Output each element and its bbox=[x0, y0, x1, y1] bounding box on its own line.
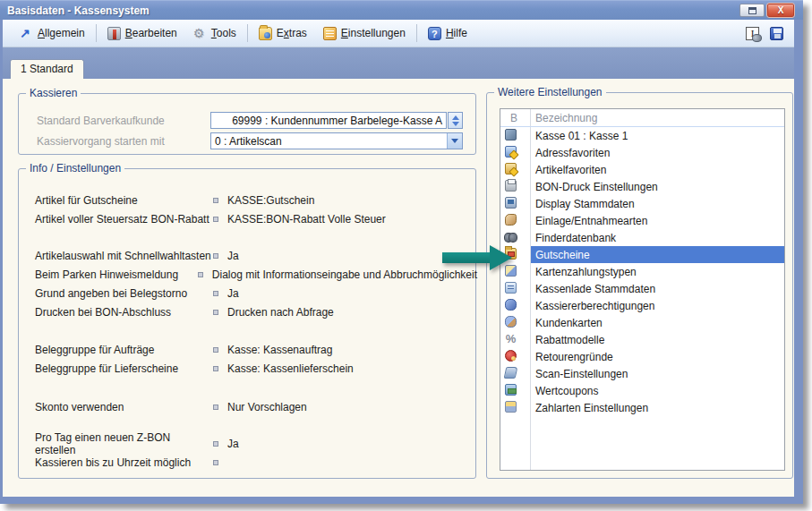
info-row: Beleggruppe für AufträgeKasse: Kassenauf… bbox=[19, 340, 477, 359]
info-row: Pro Tag einen neuen Z-BON erstellenJa bbox=[19, 434, 477, 453]
menu-allgemein-label: Allgemein bbox=[38, 27, 85, 39]
list-item-artikelfavoriten[interactable]: Artikelfavoriten bbox=[500, 161, 784, 178]
main-area: 1 Standard Kassieren Standard Barverkauf… bbox=[3, 47, 794, 497]
list-header: B Bezeichnung bbox=[500, 109, 784, 127]
group-kassieren: Kassieren Standard Barverkaufkunde 69999… bbox=[18, 93, 476, 155]
spinner-buttons[interactable] bbox=[448, 112, 463, 129]
help-icon: ? bbox=[428, 27, 441, 40]
deposit-withdrawal-icon bbox=[505, 214, 517, 226]
spin-up-icon bbox=[452, 115, 459, 120]
printer-icon bbox=[505, 180, 517, 192]
bullet-icon bbox=[213, 310, 218, 315]
returns-icon bbox=[505, 350, 517, 362]
toolbar-right: I bbox=[746, 27, 783, 40]
bullet-icon bbox=[213, 217, 218, 222]
info-row: Artikel für GutscheineKASSE:Gutschein bbox=[19, 191, 477, 209]
menu-einstellungen[interactable]: Einstellungen bbox=[315, 24, 414, 43]
page: Basisdaten - Kassensystem X ↗ Allgemein … bbox=[0, 0, 812, 511]
menu-hilfe[interactable]: ? Hilfe bbox=[420, 24, 475, 43]
barverkaufkunde-input[interactable]: 69999 : Kundennummer Barbelege-Kasse A bbox=[210, 112, 447, 129]
group-kassieren-title: Kassieren bbox=[26, 87, 81, 99]
field-kassiervorgang: Kassiervorgang starten mit 0 : Artikelsc… bbox=[19, 132, 477, 149]
info-row: Artikel voller Steuersatz BON-RabattKASS… bbox=[19, 209, 477, 228]
folder-icon bbox=[259, 27, 272, 40]
column-header-bezeichnung: Bezeichnung bbox=[535, 112, 597, 124]
titlebar-buttons: X bbox=[739, 4, 794, 17]
coupons-icon bbox=[505, 384, 517, 396]
list-item-kasse[interactable]: Kasse 01 : Kasse 1 bbox=[500, 127, 784, 144]
list-item-adressfavoriten[interactable]: Adressfavoriten bbox=[500, 144, 784, 161]
save-icon[interactable] bbox=[770, 27, 783, 40]
bullet-icon bbox=[198, 272, 203, 277]
group-info-einstellungen: Info / Einstellungen Artikel für Gutsche… bbox=[18, 168, 476, 479]
info-row: Beleggruppe für LieferscheineKasse: Kass… bbox=[19, 359, 477, 378]
address-favorites-icon bbox=[505, 146, 517, 158]
percent-icon: % bbox=[505, 333, 517, 345]
bullet-icon bbox=[213, 291, 218, 296]
field-label: Standard Barverkaufkunde bbox=[37, 115, 210, 127]
info-row: Skonto verwendenNur Vorschlagen bbox=[19, 397, 477, 416]
list-item-zahlarten[interactable]: Zahlarten Einstellungen bbox=[500, 399, 784, 416]
bullet-icon bbox=[213, 253, 218, 259]
menu-bearbeiten[interactable]: Bearbeiten bbox=[99, 24, 185, 43]
customer-cards-icon bbox=[505, 316, 517, 328]
toolbar-separator bbox=[416, 24, 417, 42]
list-item-display[interactable]: Display Stammdaten bbox=[500, 195, 784, 212]
dropdown-value: 0 : Artikelscan bbox=[211, 135, 447, 148]
menu-einstellungen-label: Einstellungen bbox=[341, 27, 406, 39]
info-rows: Artikel für GutscheineKASSE:Gutschein Ar… bbox=[19, 191, 477, 472]
list-item-rabattmodelle[interactable]: %Rabattmodelle bbox=[500, 331, 784, 348]
titlebar: Basisdaten - Kassensystem X bbox=[0, 0, 803, 20]
toolbar-separator bbox=[96, 24, 97, 42]
minimize-button[interactable] bbox=[739, 4, 765, 17]
menu-bearbeiten-label: Bearbeiten bbox=[125, 27, 177, 39]
info-row: Grund angeben bei BelegstornoJa bbox=[19, 284, 477, 302]
menu-tools[interactable]: ⚙ Tools bbox=[185, 24, 244, 43]
list-item-scan-einstellungen[interactable]: Scan-Einstellungen bbox=[500, 365, 784, 382]
card-payment-icon bbox=[505, 265, 517, 277]
edit-tool-icon bbox=[107, 27, 121, 40]
settings-list: B Bezeichnung Kasse 01 : Kasse 1 Adressf… bbox=[500, 108, 785, 471]
gears-icon: ⚙ bbox=[193, 27, 207, 40]
menu-allgemein[interactable]: ↗ Allgemein bbox=[12, 24, 93, 43]
bullet-icon bbox=[213, 460, 218, 465]
close-button[interactable]: X bbox=[767, 4, 794, 17]
display-icon bbox=[505, 197, 517, 209]
list-item-wertcoupons[interactable]: Wertcoupons bbox=[500, 382, 784, 399]
list-item-gutscheine[interactable]: Gutscheine bbox=[500, 246, 784, 263]
group-weitere-einstellungen: Weitere Einstellungen B Bezeichnung Kass… bbox=[486, 92, 793, 479]
info-row: Drucken bei BON-AbschlussDrucken nach Ab… bbox=[19, 302, 477, 321]
toolbar-separator bbox=[247, 24, 248, 42]
cash-register-icon bbox=[505, 129, 517, 141]
list-item-kassenlade[interactable]: Kassenlade Stammdaten bbox=[500, 280, 784, 297]
group-info-title: Info / Einstellungen bbox=[26, 162, 124, 175]
voucher-folder-icon bbox=[505, 248, 517, 260]
menu-extras-label: Extras bbox=[277, 27, 307, 39]
field-standard-barverkaufkunde: Standard Barverkaufkunde 69999 : Kundenn… bbox=[19, 112, 477, 129]
menu-extras[interactable]: Extras bbox=[251, 24, 315, 43]
menu-hilfe-label: Hilfe bbox=[446, 27, 467, 39]
list-item-kundenkarten[interactable]: Kundenkarten bbox=[500, 314, 784, 331]
minimize-icon bbox=[748, 7, 756, 14]
info-row: Kassieren bis zu Uhrzeit möglich bbox=[19, 453, 477, 472]
list-item-einlage[interactable]: Einlage/Entnahmearten bbox=[500, 212, 784, 229]
dropdown-button[interactable] bbox=[447, 133, 462, 149]
info-row: Beim Parken HinweismeldungDialog mit Inf… bbox=[19, 265, 477, 284]
list-item-kassiererberechtigungen[interactable]: Kassiererberechtigungen bbox=[500, 297, 784, 314]
find-icon[interactable]: I bbox=[746, 27, 759, 40]
list-item-kartenzahlungstypen[interactable]: Kartenzahlungstypen bbox=[500, 263, 784, 280]
info-row: Artikelauswahl mit SchnellwahltastenJa bbox=[19, 246, 477, 265]
bullet-icon bbox=[213, 347, 218, 353]
window-title: Basisdaten - Kassensystem bbox=[7, 4, 150, 17]
list-item-finderdatenbank[interactable]: Finderdatenbank bbox=[500, 229, 784, 246]
kassiervorgang-dropdown[interactable]: 0 : Artikelscan bbox=[210, 132, 463, 149]
binoculars-icon bbox=[505, 231, 517, 243]
list-item-bon-druck[interactable]: BON-Druck Einstellungen bbox=[500, 178, 784, 195]
list-item-retourengruende[interactable]: Retourengründe bbox=[500, 348, 784, 365]
bullet-icon bbox=[213, 198, 218, 203]
toolbar: ↗ Allgemein Bearbeiten ⚙ Tools Extras Ei… bbox=[3, 20, 794, 47]
menu-tools-label: Tools bbox=[211, 27, 236, 39]
arrow-up-right-icon: ↗ bbox=[20, 27, 33, 40]
column-header-b: B bbox=[510, 112, 517, 124]
tab-standard[interactable]: 1 Standard bbox=[10, 59, 84, 79]
